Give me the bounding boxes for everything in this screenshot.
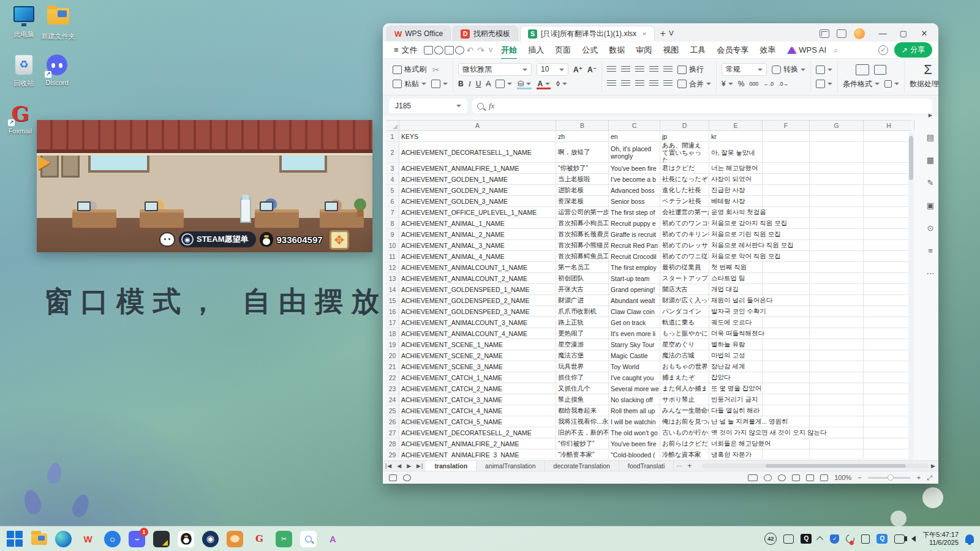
sync-tray-icon[interactable] bbox=[845, 533, 856, 544]
increase-decimal-button[interactable]: .0→ bbox=[778, 81, 789, 87]
scroll-right-icon[interactable]: ▶ bbox=[929, 463, 938, 469]
close-window-button[interactable]: ✕ bbox=[914, 26, 935, 42]
cell[interactable]: 会社運営の第一歩 bbox=[660, 207, 709, 218]
column-header-G[interactable]: G bbox=[810, 121, 864, 130]
redo-icon[interactable]: ↷ bbox=[476, 45, 486, 55]
cell[interactable]: 财源广进 bbox=[556, 295, 609, 306]
cell[interactable]: 初创团队 bbox=[556, 273, 609, 284]
row-number[interactable]: 29 bbox=[386, 449, 399, 458]
cell[interactable]: 마법의 고성 bbox=[709, 350, 763, 361]
tray-count-badge[interactable]: 42 bbox=[764, 533, 777, 545]
cell[interactable]: ACHIEVEMENT_ANIMALFIRE_2_NAME bbox=[399, 438, 556, 449]
cell[interactable]: KEYS bbox=[399, 131, 556, 142]
row-number[interactable]: 18 bbox=[386, 328, 399, 339]
cell[interactable] bbox=[810, 328, 864, 339]
convert-button[interactable]: 转换 bbox=[772, 64, 805, 75]
help-tool-icon[interactable]: ≡ bbox=[928, 246, 933, 255]
cell[interactable]: 다들 열심히 해라 bbox=[709, 405, 763, 416]
indent-increase-icon[interactable] bbox=[663, 66, 673, 73]
row-number[interactable]: 20 bbox=[386, 350, 399, 361]
qq-app-icon[interactable] bbox=[178, 531, 194, 547]
cell[interactable] bbox=[810, 361, 864, 372]
cell[interactable] bbox=[810, 185, 864, 196]
cell[interactable] bbox=[763, 317, 810, 328]
last-sheet-icon[interactable]: ▶| bbox=[414, 463, 426, 469]
sheet-tab-foodTranslati[interactable]: foodTranslati bbox=[619, 461, 674, 471]
cell[interactable]: ACHIEVEMENT_ANIMALCOUNT_1_NAME bbox=[399, 262, 556, 273]
cell[interactable]: ACHIEVEMENT_ANIMAL_4_NAME bbox=[399, 251, 556, 262]
cell[interactable]: ACHIEVEMENT_CATCH_5_NAME bbox=[399, 416, 556, 427]
cell[interactable]: Magic Castle bbox=[609, 350, 660, 361]
cell[interactable] bbox=[864, 196, 911, 207]
page-break-icon[interactable] bbox=[820, 474, 828, 481]
percent-button[interactable]: % bbox=[738, 80, 745, 88]
cell[interactable]: サボり禁止 bbox=[660, 394, 709, 405]
cell[interactable]: I've caught you bbox=[609, 372, 660, 383]
cell[interactable]: 궤도에 오르다 bbox=[709, 317, 763, 328]
cell[interactable] bbox=[864, 449, 911, 458]
cell[interactable]: 開店大吉 bbox=[660, 284, 709, 295]
cell[interactable] bbox=[864, 174, 911, 185]
cell[interactable] bbox=[810, 251, 864, 262]
cell[interactable]: 初めてのワニ従業 bbox=[660, 251, 709, 262]
cell[interactable]: 资深老板 bbox=[556, 196, 609, 207]
cell[interactable] bbox=[763, 394, 810, 405]
cell[interactable] bbox=[763, 405, 810, 416]
cell[interactable] bbox=[864, 306, 911, 317]
cell[interactable]: 最初の従業員 bbox=[660, 262, 709, 273]
user-avatar[interactable] bbox=[854, 28, 865, 39]
cell[interactable]: ACHIEVEMENT_ANIMAL_2_NAME bbox=[399, 229, 556, 240]
cell[interactable]: "Cold-blooded ( bbox=[609, 449, 660, 458]
decrease-decimal-button[interactable]: ←.0 bbox=[763, 81, 774, 87]
cell[interactable]: ACHIEVEMENT_CATCH_2_NAME bbox=[399, 383, 556, 394]
align-right-icon[interactable] bbox=[635, 80, 644, 88]
font-color-button[interactable]: A bbox=[537, 80, 551, 88]
cell[interactable] bbox=[864, 185, 911, 196]
cell[interactable]: 별하늘 유람 bbox=[709, 339, 763, 350]
steam-wishlist-badge[interactable]: ◉ STEAM愿望单 bbox=[179, 231, 256, 247]
cell[interactable]: 我将注视着你...永 bbox=[556, 416, 609, 427]
row-number[interactable]: 17 bbox=[386, 317, 399, 328]
cell[interactable] bbox=[763, 350, 810, 361]
zoom-in-button[interactable]: + bbox=[917, 474, 921, 481]
cell[interactable]: ACHIEVEMENT_ANIMALCOUNT_3_NAME bbox=[399, 317, 556, 328]
cell[interactable] bbox=[810, 229, 864, 240]
cell[interactable]: 首次招募小熊猫员工 bbox=[556, 240, 609, 251]
find-icon[interactable] bbox=[455, 46, 464, 54]
cell[interactable] bbox=[810, 449, 864, 458]
volume-icon[interactable] bbox=[911, 536, 916, 542]
cell[interactable]: ACHIEVEMENT_ANIMAL_3_NAME bbox=[399, 240, 556, 251]
cell[interactable]: ACHIEVEMENT_OFFICE_UPLEVEL_1_NAME bbox=[399, 207, 556, 218]
menu-开始[interactable]: 开始 bbox=[496, 43, 522, 58]
cell[interactable]: もっと賑やかにな bbox=[660, 328, 709, 339]
cell[interactable] bbox=[864, 427, 911, 438]
cell[interactable] bbox=[763, 174, 810, 185]
desktop-icon-discord[interactable]: ↗ Discord bbox=[38, 54, 76, 87]
cell[interactable] bbox=[810, 240, 864, 251]
horizontal-scrollbar[interactable] bbox=[702, 463, 929, 468]
row-number[interactable]: 15 bbox=[386, 295, 399, 306]
save-icon[interactable] bbox=[424, 46, 433, 54]
cell[interactable]: お前らはクビだ bbox=[660, 438, 709, 449]
edge-browser-icon[interactable] bbox=[55, 531, 72, 547]
wps-office-icon[interactable]: W bbox=[80, 531, 96, 547]
qq-music-tray-icon[interactable]: Q bbox=[801, 534, 812, 544]
cell[interactable] bbox=[763, 273, 810, 284]
horizontal-scrollbar-thumb[interactable] bbox=[766, 464, 906, 468]
menu-公式[interactable]: 公式 bbox=[576, 43, 603, 58]
cell-name-box[interactable]: J185 bbox=[389, 99, 467, 113]
cell[interactable] bbox=[763, 383, 810, 394]
notification-bell-icon[interactable] bbox=[965, 534, 974, 543]
qq-tray-icon[interactable]: Q bbox=[876, 534, 888, 544]
cell[interactable] bbox=[810, 131, 864, 142]
eraser-button[interactable]: ◊ bbox=[556, 80, 568, 88]
cell[interactable]: 아, 잘못 놓았네 bbox=[709, 142, 763, 163]
cell[interactable] bbox=[864, 131, 911, 142]
cell[interactable]: ACHIEVEMENT_DECORATESELL_2_NAME bbox=[399, 427, 556, 438]
move-window-button[interactable]: ✥ bbox=[330, 230, 349, 250]
cell[interactable]: みんな一生懸命働 bbox=[660, 405, 709, 416]
cell-style-button[interactable] bbox=[884, 80, 899, 88]
tab-docer-templates[interactable]: D 找稻壳模板 bbox=[453, 26, 518, 41]
cell[interactable]: It's even more li bbox=[609, 328, 660, 339]
next-sheet-icon[interactable]: ▶ bbox=[404, 463, 414, 469]
